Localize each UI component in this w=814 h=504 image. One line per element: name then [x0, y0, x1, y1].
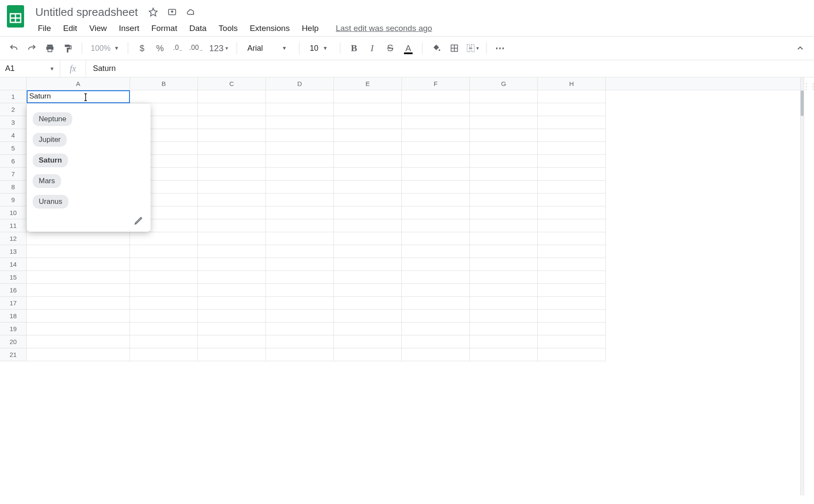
row-header[interactable]: 1 — [0, 90, 27, 103]
paint-format-button[interactable] — [59, 40, 77, 57]
cell[interactable] — [334, 348, 402, 361]
menu-view[interactable]: View — [84, 22, 112, 35]
cell[interactable] — [538, 155, 606, 168]
cell[interactable] — [198, 142, 266, 155]
cell[interactable] — [538, 258, 606, 271]
cell[interactable] — [266, 103, 334, 116]
row-header[interactable]: 18 — [0, 310, 27, 323]
cell[interactable] — [538, 310, 606, 323]
cell[interactable] — [334, 168, 402, 181]
row-header[interactable]: 4 — [0, 129, 27, 142]
undo-button[interactable] — [5, 40, 22, 57]
cell[interactable] — [198, 168, 266, 181]
cell[interactable] — [27, 310, 130, 323]
more-toolbar-button[interactable]: ⋯ — [492, 40, 509, 57]
cell[interactable] — [402, 129, 470, 142]
cell[interactable] — [334, 271, 402, 284]
zoom-select[interactable]: 100% ▼ — [87, 44, 123, 53]
edit-dropdown-icon[interactable] — [133, 215, 145, 227]
row-header[interactable]: 13 — [0, 245, 27, 258]
cell[interactable] — [402, 310, 470, 323]
col-header-F[interactable]: F — [402, 77, 470, 90]
name-box[interactable]: A1 ▼ — [0, 60, 60, 77]
row-header[interactable]: 10 — [0, 206, 27, 219]
select-all-corner[interactable] — [0, 77, 27, 90]
formula-bar[interactable]: Saturn — [86, 60, 814, 77]
cell[interactable] — [198, 219, 266, 232]
cell[interactable] — [266, 232, 334, 245]
cell[interactable] — [402, 335, 470, 348]
cell[interactable] — [27, 348, 130, 361]
cell[interactable] — [470, 310, 538, 323]
cell[interactable] — [470, 297, 538, 310]
cell[interactable] — [130, 245, 198, 258]
star-icon[interactable] — [148, 7, 158, 17]
cell[interactable] — [402, 142, 470, 155]
cell[interactable] — [198, 206, 266, 219]
data-validation-dropdown[interactable]: Neptune Jupiter Saturn Mars Uranus — [27, 104, 151, 232]
cell[interactable] — [198, 103, 266, 116]
cell[interactable] — [266, 258, 334, 271]
bold-button[interactable]: B — [345, 40, 363, 57]
cell[interactable] — [266, 271, 334, 284]
cell[interactable] — [130, 297, 198, 310]
borders-button[interactable] — [446, 40, 463, 57]
cell[interactable] — [470, 90, 538, 103]
text-color-button[interactable]: A — [400, 40, 417, 57]
cell[interactable] — [470, 206, 538, 219]
cell[interactable] — [334, 258, 402, 271]
cell[interactable] — [334, 219, 402, 232]
cell[interactable] — [470, 103, 538, 116]
cell[interactable] — [198, 335, 266, 348]
cell[interactable] — [198, 258, 266, 271]
dropdown-option[interactable]: Uranus — [33, 195, 68, 209]
cell[interactable] — [198, 232, 266, 245]
cell[interactable] — [402, 116, 470, 129]
strikethrough-button[interactable]: S — [382, 40, 399, 57]
cell[interactable] — [27, 232, 130, 245]
cell[interactable] — [266, 284, 334, 297]
document-title[interactable]: Untitled spreadsheet — [33, 5, 140, 20]
menu-edit[interactable]: Edit — [58, 22, 83, 35]
cell[interactable] — [538, 90, 606, 103]
cell[interactable] — [266, 116, 334, 129]
active-cell-value[interactable]: Saturn — [29, 92, 51, 101]
cell[interactable] — [334, 181, 402, 194]
cell[interactable] — [470, 194, 538, 206]
cell[interactable] — [538, 335, 606, 348]
vertical-scrollbar[interactable] — [800, 77, 804, 495]
row-header[interactable]: 8 — [0, 181, 27, 194]
cell[interactable] — [266, 348, 334, 361]
cell[interactable] — [470, 348, 538, 361]
cell[interactable] — [402, 181, 470, 194]
row-header[interactable]: 21 — [0, 348, 27, 361]
cell[interactable] — [538, 181, 606, 194]
merge-cells-button[interactable]: ▾ — [464, 40, 481, 57]
cell[interactable] — [27, 297, 130, 310]
italic-button[interactable]: I — [364, 40, 381, 57]
cell[interactable] — [538, 271, 606, 284]
cell[interactable] — [266, 129, 334, 142]
cell[interactable] — [470, 129, 538, 142]
row-header[interactable]: 15 — [0, 271, 27, 284]
cell[interactable] — [402, 90, 470, 103]
cell[interactable] — [402, 258, 470, 271]
move-icon[interactable] — [167, 7, 177, 17]
cell[interactable] — [538, 323, 606, 335]
cell[interactable] — [470, 271, 538, 284]
cell[interactable] — [27, 323, 130, 335]
cell[interactable] — [538, 219, 606, 232]
cell[interactable] — [130, 90, 198, 103]
cell[interactable] — [266, 181, 334, 194]
cell[interactable] — [538, 103, 606, 116]
currency-button[interactable]: $ — [133, 40, 151, 57]
row-header[interactable]: 6 — [0, 155, 27, 168]
cell[interactable] — [538, 232, 606, 245]
cell[interactable] — [198, 310, 266, 323]
row-header[interactable]: 5 — [0, 142, 27, 155]
cell[interactable] — [334, 116, 402, 129]
cell[interactable] — [402, 103, 470, 116]
cell[interactable] — [402, 232, 470, 245]
cell[interactable] — [538, 297, 606, 310]
menu-file[interactable]: File — [33, 22, 56, 35]
